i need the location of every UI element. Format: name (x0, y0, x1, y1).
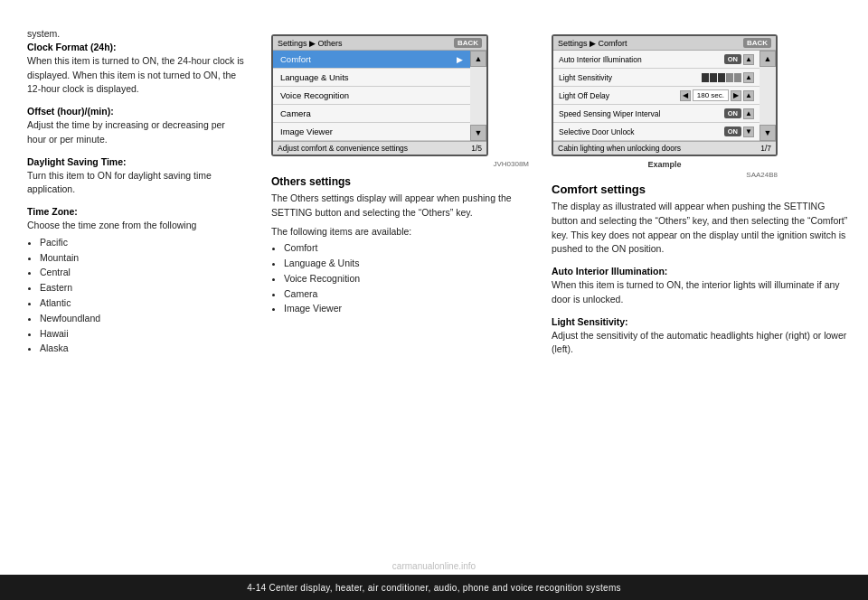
footer-bar: 4-14 Center display, heater, air conditi… (0, 575, 868, 600)
comfort-back-button[interactable]: BACK (743, 38, 771, 48)
ctrl-right[interactable]: ▶ (731, 90, 741, 101)
mid-column: Settings ▶ Others BACK Comfort ▶ Languag… (262, 0, 542, 575)
menu-item-image-viewer[interactable]: Image Viewer (273, 123, 470, 141)
menu-item-camera[interactable]: Camera (273, 105, 470, 123)
list-item: Comfort (284, 240, 529, 256)
dst-title: Daylight Saving Time: (27, 156, 244, 167)
content-area: system. Clock Format (24h): When this it… (0, 0, 868, 575)
page-indicator: 1/5 (471, 144, 482, 153)
list-item: Mountain (40, 250, 244, 266)
scroll-up-button[interactable]: ▲ (760, 51, 776, 67)
scroll-buttons: ▲ ▼ (470, 51, 486, 141)
ctrl-up[interactable]: ▲ (743, 72, 754, 83)
list-item: Eastern (40, 280, 244, 295)
seg (718, 73, 725, 82)
seg (726, 73, 733, 82)
seg (702, 73, 709, 82)
on-badge[interactable]: ON (724, 54, 741, 64)
page-container: system. Clock Format (24h): When this it… (0, 0, 868, 600)
list-item: Voice Recognition (284, 271, 529, 286)
list-item: Newfoundland (40, 311, 244, 326)
example-label: Example (552, 160, 778, 169)
scroll-down-button[interactable]: ▼ (470, 125, 486, 141)
on-badge[interactable]: ON (724, 108, 741, 118)
menu-item-language-units[interactable]: Language & Units (273, 69, 470, 87)
row-label: Auto Interior Illumination (559, 55, 724, 64)
menu-item-comfort[interactable]: Comfort ▶ (273, 51, 470, 69)
comfort-footer-label: Cabin lighting when unlocking doors (558, 144, 760, 153)
screen-footer: Adjust comfort & convenience settings 1/… (273, 141, 486, 155)
others-section-body: The Others settings display will appear … (271, 192, 529, 220)
watermark: carmanualonline.info (392, 561, 476, 571)
list-item: Camera (284, 286, 529, 302)
on-badge[interactable]: ON (724, 127, 741, 136)
comfort-row-light-off-delay: Light Off Delay ◀ 180 sec. ▶ ▲ (553, 87, 760, 105)
footer-text: 4-14 Center display, heater, air conditi… (247, 583, 621, 593)
offset-body: Adjust the time by increasing or decreas… (27, 118, 244, 147)
comfort-section-body: The display as illustrated will appear w… (552, 200, 850, 257)
list-item: Hawaii (40, 326, 244, 342)
ctrl-left[interactable]: ◀ (680, 90, 691, 101)
row-control: ◀ 180 sec. ▶ ▲ (680, 89, 754, 101)
timezone-list: Pacific Mountain Central Eastern Atlanti… (40, 235, 244, 356)
footer-label: Adjust comfort & convenience settings (278, 144, 471, 153)
comfort-row-wiper: Speed Sensing Wiper Interval ON ▲ (553, 105, 760, 123)
comfort-image-id: SAA24B8 (552, 171, 778, 179)
comfort-row-auto-illumination: Auto Interior Illumination ON ▲ (553, 51, 760, 69)
ctrl-up[interactable]: ▲ (743, 54, 754, 65)
comfort-screen-path: Settings ▶ Comfort (558, 39, 627, 48)
row-label: Light Sensitivity (559, 73, 702, 82)
list-item: Pacific (40, 235, 244, 250)
others-items-list: Comfort Language & Units Voice Recogniti… (284, 240, 529, 316)
left-column: system. Clock Format (24h): When this it… (0, 0, 262, 575)
comfort-section-title: Comfort settings (552, 183, 850, 196)
comfort-screen-mockup: Settings ▶ Comfort BACK Auto Interior Il… (552, 34, 778, 156)
comfort-screen-body: Auto Interior Illumination ON ▲ Light Se… (553, 51, 776, 141)
ctrl-up[interactable]: ▲ (743, 90, 754, 101)
comfort-scroll-buttons: ▲ ▼ (760, 51, 776, 141)
comfort-row-light-sensitivity: Light Sensitivity ▲ (553, 69, 760, 87)
row-control: ▲ (702, 72, 754, 83)
back-button[interactable]: BACK (454, 38, 482, 48)
comfort-screen-footer: Cabin lighting when unlocking doors 1/7 (553, 141, 776, 155)
row-label: Light Off Delay (559, 91, 680, 100)
screen-body: Comfort ▶ Language & Units Voice Recogni… (273, 51, 486, 141)
clock-format-body: When this item is turned to ON, the 24-h… (27, 54, 244, 97)
auto-illumination-title: Auto Interior Illumination: (552, 266, 850, 277)
clock-format-title: Clock Format (24h): (27, 42, 244, 52)
intro-text: system. (27, 27, 244, 42)
dst-body: Turn this item to ON for daylight saving… (27, 169, 244, 198)
timezone-title: Time Zone: (27, 206, 244, 217)
screen-image-id: JVH0308M (271, 160, 529, 168)
screen-header: Settings ▶ Others BACK (273, 36, 486, 51)
auto-illumination-body: When this item is turned to ON, the inte… (552, 278, 850, 307)
list-item: Alaska (40, 341, 244, 356)
list-item: Central (40, 265, 244, 280)
others-section-title: Others settings (271, 175, 529, 188)
seg (734, 73, 741, 82)
comfort-screen-header: Settings ▶ Comfort BACK (553, 36, 776, 51)
light-sensitivity-title: Light Sensitivity: (552, 316, 850, 327)
seg (710, 73, 717, 82)
comfort-page-indicator: 1/7 (760, 144, 771, 153)
list-item: Image Viewer (284, 301, 529, 316)
screen-path: Settings ▶ Others (278, 39, 343, 48)
timezone-body: Choose the time zone from the following (27, 219, 244, 233)
offset-title: Offset (hour)/(min): (27, 106, 244, 117)
right-column: Settings ▶ Comfort BACK Auto Interior Il… (542, 0, 868, 575)
list-item: Atlantic (40, 295, 244, 311)
list-item: Language & Units (284, 256, 529, 271)
row-control: ON ▲ (724, 54, 754, 65)
scroll-down-button[interactable]: ▼ (760, 125, 776, 141)
available-text: The following items are available: (271, 225, 529, 239)
row-label: Speed Sensing Wiper Interval (559, 109, 724, 118)
ctrl-up[interactable]: ▲ (743, 108, 754, 119)
scroll-up-button[interactable]: ▲ (470, 51, 486, 67)
ctrl-down[interactable]: ▼ (743, 127, 754, 137)
others-screen-mockup: Settings ▶ Others BACK Comfort ▶ Languag… (271, 34, 488, 156)
sensitivity-bar (702, 73, 741, 82)
row-control: ON ▲ (724, 108, 754, 119)
light-sensitivity-body: Adjust the sensitivity of the automatic … (552, 329, 850, 358)
menu-item-voice[interactable]: Voice Recognition (273, 87, 470, 105)
comfort-row-door-unlock: Selective Door Unlock ON ▼ (553, 123, 760, 141)
